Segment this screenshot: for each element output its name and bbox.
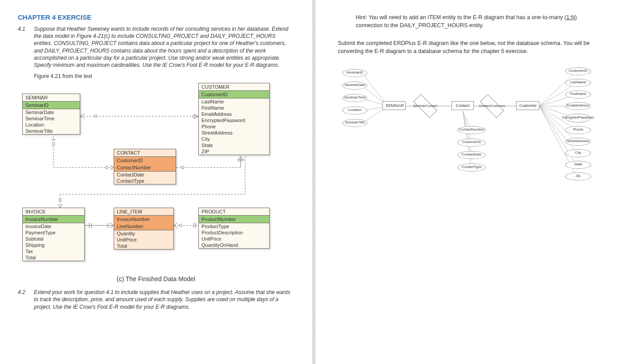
attr-contacttype: ContactType: [457, 164, 486, 172]
entity-attr: InvoiceDate: [23, 223, 84, 229]
hint-link[interactable]: 1:N: [566, 14, 575, 20]
attr-seminardate: SeminarDate: [342, 82, 367, 90]
entity-key: SeminarID: [23, 102, 80, 109]
chen-diagram: SeminarID SeminarDate SeminarTime Locati…: [338, 64, 596, 215]
entity-attr: SeminarTime: [23, 115, 80, 122]
er-diagram: SEMINAR SeminarID SeminarDate SeminarTim…: [18, 83, 294, 274]
exercise-number: 4.2: [18, 289, 34, 311]
entity-key: InvoiceNumber: [114, 216, 173, 223]
chapter-title: CHAPTER 4 EXERCISE: [18, 13, 294, 21]
svg-point-34: [179, 224, 182, 227]
figure-caption: Figure 4.21 from the text: [34, 73, 294, 79]
entity-attr: QuantityOnHand: [199, 242, 269, 248]
svg-point-2: [193, 115, 195, 118]
exercise-4-2: 4.2 Extend your work for question 4.1 to…: [18, 289, 294, 311]
attr-encpass: EncryptedPassword: [565, 114, 591, 123]
entity-title: CUSTOMER: [199, 83, 269, 91]
entity-attr: PaymentType: [23, 229, 84, 236]
entity-key: CustomerID: [114, 157, 176, 164]
svg-line-35: [174, 223, 177, 225]
entity-attr: City: [199, 136, 269, 142]
entity-attr: ContactType: [114, 178, 176, 184]
submit-text: Submit the completed ERDPlus E-R diagram…: [338, 39, 602, 55]
hint-prefix: Hint: You will need to add an ITEM entit…: [356, 14, 566, 20]
entity-attr: FirstName: [199, 105, 269, 111]
attr-seminarid: SeminarID: [342, 69, 367, 77]
entity-key: ContactNumber: [114, 164, 176, 172]
svg-line-26: [60, 204, 62, 208]
exercise-body: Suppose that Heather Sweeney wants to in…: [34, 25, 294, 69]
entity-attr: ZIP: [199, 148, 269, 155]
entity-attr: EncryptedPassword: [199, 117, 269, 123]
attr-location: Location: [342, 106, 367, 115]
attr-customerid-c: CustomerID: [457, 139, 486, 147]
entity-attr: Tax: [23, 248, 84, 254]
rel-seminarcontact: SeminarContact: [414, 101, 437, 111]
entity-attr: UnitPrice: [114, 237, 173, 243]
entity-attr: EmailAddress: [199, 111, 269, 117]
entity-attr: StreetAddress: [199, 130, 269, 136]
entity-title: PRODUCT: [199, 208, 269, 216]
svg-line-52: [539, 72, 576, 106]
svg-line-13: [110, 168, 114, 170]
entity-seminar: SEMINAR SeminarID SeminarDate SeminarTim…: [22, 94, 80, 135]
hint-text: Hint: You will need to add an ITEM entit…: [338, 13, 602, 29]
entity-attr: LastName: [199, 98, 269, 105]
entity-seminar-chen: SEMINAR: [382, 101, 406, 110]
entity-attr: UnitPrice: [199, 236, 269, 242]
entity-customer-chen: Customer: [516, 101, 539, 110]
entity-attr: ProductDescription: [199, 229, 269, 236]
attr-state: State: [565, 161, 591, 169]
svg-line-58: [539, 106, 576, 141]
entity-customer: CUSTOMER CustomerID LastName FirstName E…: [198, 83, 270, 155]
entity-key: CustomerID: [199, 91, 269, 98]
svg-line-25: [58, 204, 60, 208]
entity-contact: CONTACT CustomerID ContactNumber Contact…: [114, 149, 176, 184]
entity-title: SEMINAR: [23, 94, 80, 102]
entity-attr: SeminarDate: [23, 109, 80, 115]
entity-attr: Total: [23, 254, 84, 261]
attr-lastname: LastName: [565, 79, 591, 87]
svg-line-12: [110, 165, 114, 168]
attr-seminartime: SeminarTime: [342, 94, 367, 102]
entity-product: PRODUCT ProductNumber ProductType Produc…: [198, 208, 270, 249]
svg-point-24: [59, 199, 62, 201]
svg-line-19: [238, 156, 241, 160]
svg-point-11: [106, 166, 108, 169]
svg-line-20: [241, 156, 243, 160]
entity-title: INVOICE: [23, 208, 84, 216]
attr-customerid: CustomerID: [565, 67, 591, 75]
svg-line-31: [110, 225, 114, 228]
rel-label: ContactCustomer: [480, 101, 504, 111]
entity-attr: Subtotal: [23, 236, 84, 242]
entity-attr: Phone: [199, 123, 269, 130]
attr-email: EmailAddress: [565, 102, 591, 110]
attr-seminartitle: SeminarTitle: [342, 119, 367, 127]
attr-city: City: [565, 149, 591, 157]
entity-title: CONTACT: [114, 149, 176, 157]
rel-contactcustomer: ContactCustomer: [480, 101, 504, 111]
svg-point-1: [94, 115, 97, 118]
entity-invoice: INVOICE InvoiceNumber InvoiceDate Paymen…: [22, 208, 85, 261]
entity-attr: ContactDate: [114, 172, 176, 178]
svg-line-4: [80, 116, 85, 119]
svg-line-6: [194, 116, 198, 119]
svg-line-3: [80, 114, 85, 116]
left-page: CHAPTER 4 EXERCISE 4.1 Suppose that Heat…: [0, 0, 312, 364]
entity-contact-chen: Contact: [452, 101, 474, 110]
entity-attr: State: [199, 142, 269, 148]
entity-attr: Location: [23, 122, 80, 128]
entity-key: ProductNumber: [199, 216, 269, 223]
page-divider: [312, 0, 316, 364]
entity-attr: SeminarTitle: [23, 128, 80, 134]
exercise-number: 4.1: [18, 25, 34, 69]
entity-lineitem: LINE_ITEM InvoiceNumber LineNumber Quant…: [114, 208, 174, 249]
entity-attr: Quantity: [114, 230, 173, 237]
attr-contactnumber: ContactNumber: [457, 126, 486, 134]
svg-line-30: [110, 223, 114, 225]
attr-phone: Phone: [565, 126, 591, 134]
rel-label: SeminarContact: [414, 101, 437, 111]
svg-line-5: [194, 114, 198, 116]
diagram-subcaption: (c) The Finished Data Model: [18, 275, 294, 282]
exercise-body: Extend your work for question 4.1 to inc…: [34, 289, 294, 311]
